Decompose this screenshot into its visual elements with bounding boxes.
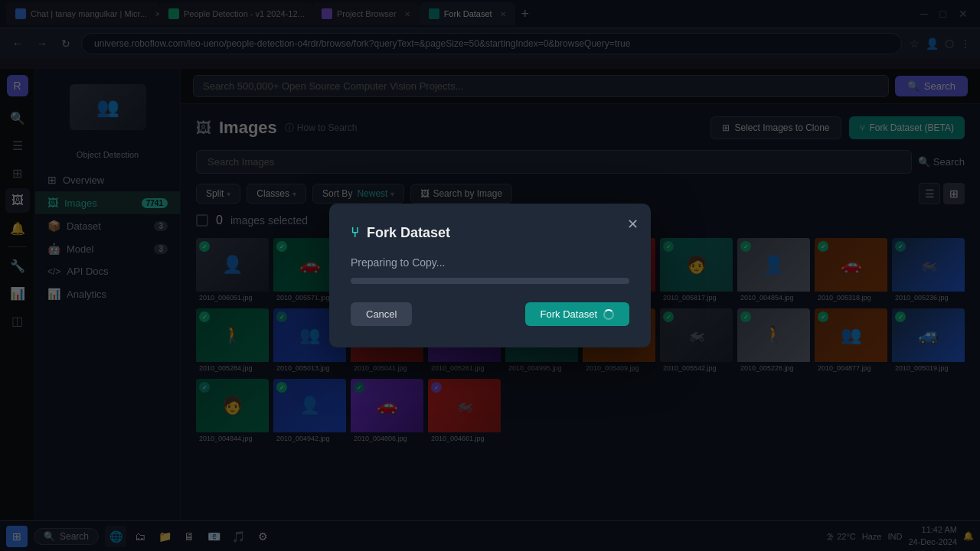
fork-confirm-label: Fork Dataset [541, 308, 597, 320]
modal-status-text: Preparing to Copy... [351, 256, 629, 269]
modal-progress-bar-container [351, 278, 629, 284]
cancel-button[interactable]: Cancel [351, 302, 412, 326]
fork-dataset-modal: ⑂ Fork Dataset ✕ Preparing to Copy... Ca… [329, 204, 651, 347]
loading-spinner [603, 309, 614, 320]
modal-title: ⑂ Fork Dataset [351, 225, 629, 241]
modal-actions: Cancel Fork Dataset [351, 302, 629, 326]
modal-overlay: ⑂ Fork Dataset ✕ Preparing to Copy... Ca… [0, 0, 980, 551]
modal-close-button[interactable]: ✕ [627, 216, 639, 233]
fork-confirm-button[interactable]: Fork Dataset [525, 302, 629, 326]
fork-modal-icon: ⑂ [351, 225, 359, 241]
